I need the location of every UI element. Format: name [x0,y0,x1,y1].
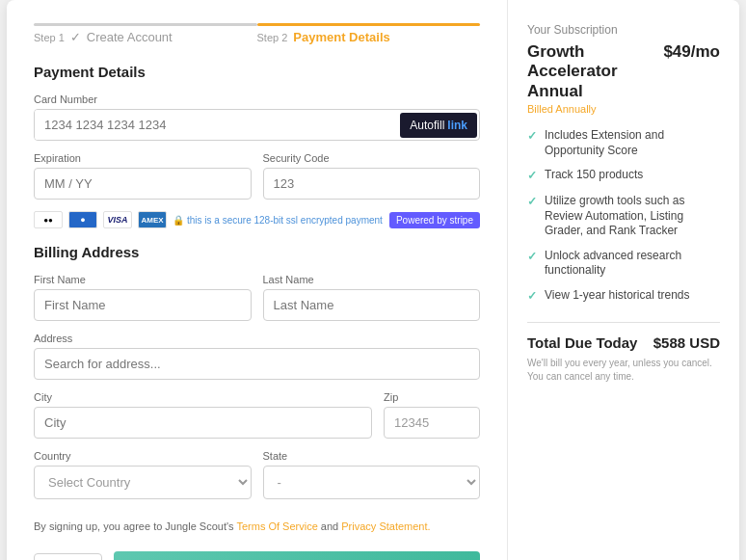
payment-section-title: Payment Details [34,64,480,80]
name-row: First Name Last Name [34,274,480,333]
step-2: Step 2 Payment Details [257,23,481,44]
step-1: Step 1 ✓ Create Account [34,23,257,44]
zip-input[interactable] [384,407,480,439]
expiration-group: Expiration [34,152,252,200]
total-divider [527,322,720,323]
state-select[interactable]: - [263,466,481,499]
zip-label: Zip [384,391,480,403]
plan-price: $49/mo [663,42,720,62]
security-code-input[interactable] [263,168,481,200]
card-input-row: Autofill link [34,109,480,141]
tos-text: By signing up, you agree to Jungle Scout… [34,520,480,532]
feature-check-icon-2: ✓ [527,169,537,184]
country-select[interactable]: Select Country [34,466,252,499]
state-label: State [263,450,481,462]
stripe-badge: Powered by stripe [389,212,480,228]
address-group: Address [34,333,480,380]
subscription-label: Your Subscription [527,23,720,37]
feature-item-1: ✓ Includes Extension and Opportunity Sco… [527,128,720,158]
tos-middle: and [318,520,341,532]
total-label: Total Due Today [527,334,637,351]
first-name-input[interactable] [34,289,252,321]
main-container: Step 1 ✓ Create Account Step 2 Payment D… [7,0,739,560]
zip-group: Zip [384,391,480,439]
right-panel: Your Subscription Growth Accelerator Ann… [508,0,739,560]
billing-note: We'll bill you every year, unless you ca… [527,357,720,384]
back-button[interactable]: Back [34,553,102,561]
feature-item-3: ✓ Utilize growth tools such as Review Au… [527,194,720,239]
autofill-button[interactable]: Autofill link [400,113,477,138]
billing-section-title: Billing Address [34,244,480,260]
total-row: Total Due Today $588 USD [527,334,720,351]
stripe-label: Powered by stripe [396,215,473,226]
country-label: Country [34,450,252,462]
step-1-check-icon: ✓ [70,30,81,44]
step-1-title: Create Account [87,30,173,44]
country-state-row: Country Select Country State - [34,450,480,511]
city-input[interactable] [34,407,372,439]
feature-list: ✓ Includes Extension and Opportunity Sco… [527,128,720,304]
generic-card-icon: ● [68,211,97,228]
expiration-input[interactable] [34,168,252,200]
feature-text-1: Includes Extension and Opportunity Score [545,128,720,158]
last-name-input[interactable] [263,289,481,321]
step-1-num: Step 1 [34,32,65,43]
card-icons-row: ●● ● VISA AMEX 🔒 this is a secure 128-bi… [34,211,480,228]
security-code-group: Security Code [263,152,481,200]
billed-text: Billed Annually [527,103,720,115]
feature-text-4: Unlock advanced research functionality [545,249,720,279]
secure-text: this is a secure 128-bit ssl encrypted p… [187,215,383,226]
amex-icon: AMEX [138,211,167,228]
feature-item-2: ✓ Track 150 products [527,168,720,184]
feature-check-icon-1: ✓ [527,129,537,158]
autofill-label: Autofill [410,119,444,132]
city-label: City [34,391,372,403]
steps: Step 1 ✓ Create Account Step 2 Payment D… [34,23,480,44]
mastercard-icon: ●● [34,211,63,228]
last-name-group: Last Name [263,274,481,321]
visa-icon: VISA [103,211,132,228]
footer-buttons: Back Pay $588 USD Now [34,551,480,560]
feature-text-5: View 1-year historical trends [545,288,690,305]
pay-button[interactable]: Pay $588 USD Now [114,551,480,560]
city-group: City [34,391,372,439]
secure-icon: 🔒 this is a secure 128-bit ssl encrypted… [173,215,384,226]
address-input[interactable] [34,348,480,380]
billing-section: Billing Address First Name Last Name Add… [34,244,480,511]
feature-check-icon-3: ✓ [527,195,537,239]
last-name-label: Last Name [263,274,481,285]
address-label: Address [34,333,480,344]
expiry-security-row: Expiration Security Code [34,152,480,211]
feature-text-2: Track 150 products [545,168,643,184]
feature-text-3: Utilize growth tools such as Review Auto… [545,194,720,239]
privacy-link[interactable]: Privacy Statement. [341,520,430,532]
country-group: Country Select Country [34,450,252,499]
card-number-label: Card Number [34,93,480,105]
left-panel: Step 1 ✓ Create Account Step 2 Payment D… [7,0,508,560]
plan-row: Growth Accelerator Annual $49/mo [527,42,720,101]
step-2-title: Payment Details [293,30,389,44]
step-2-num: Step 2 [257,32,288,43]
feature-item-4: ✓ Unlock advanced research functionality [527,249,720,279]
first-name-group: First Name [34,274,252,321]
first-name-label: First Name [34,274,252,285]
step-1-bar [34,23,257,26]
feature-item-5: ✓ View 1-year historical trends [527,288,720,305]
city-zip-row: City Zip [34,391,480,450]
tos-before: By signing up, you agree to Jungle Scout… [34,520,236,532]
feature-check-icon-5: ✓ [527,289,537,305]
security-code-label: Security Code [263,152,481,164]
feature-check-icon-4: ✓ [527,250,537,279]
card-number-group: Card Number Autofill link [34,93,480,141]
state-group: State - [263,450,481,499]
tos-link[interactable]: Terms Of Service [236,520,317,532]
expiration-label: Expiration [34,152,252,164]
autofill-link-label: link [447,119,467,132]
step-2-bar [257,23,481,26]
card-number-input[interactable] [35,110,398,140]
total-amount: $588 USD [653,334,720,351]
plan-name: Growth Accelerator Annual [527,42,663,101]
